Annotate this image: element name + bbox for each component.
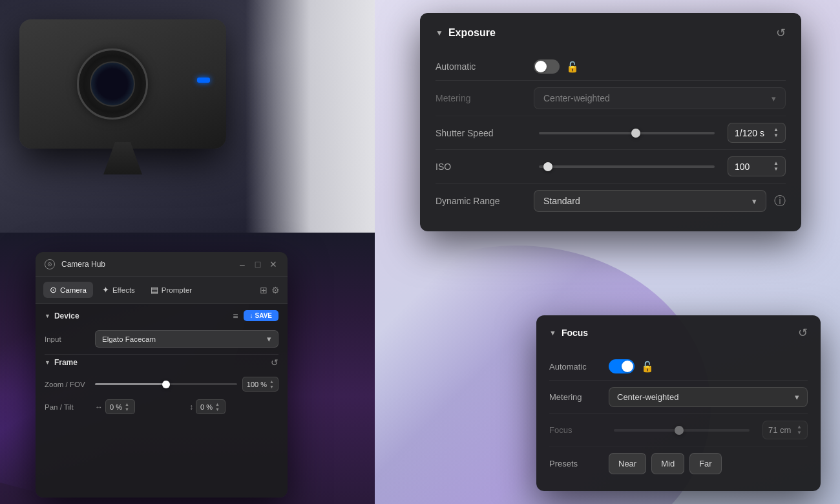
exposure-metering-label: Metering [436,93,526,103]
focus-panel: ▼ Focus ↺ Automatic 🔓 Metering Center-we… [536,315,821,491]
pan-spinners[interactable]: ▲ ▼ [125,402,129,412]
camera-tab-icon: ⊙ [50,285,57,295]
device-section-controls: ≡ ↓ SAVE [233,310,278,321]
effects-tab-icon: ✦ [102,285,109,295]
close-button[interactable]: ✕ [268,260,278,269]
save-button[interactable]: ↓ SAVE [244,310,279,321]
exposure-automatic-label: Automatic [436,61,526,72]
curtain-decoration [246,0,375,246]
focus-up[interactable]: ▲ [797,425,802,430]
exposure-shutter-spinners[interactable]: ▲ ▼ [773,127,779,138]
focus-slider[interactable] [614,429,750,432]
iso-up[interactable]: ▲ [773,161,779,166]
focus-automatic-toggle[interactable] [609,359,635,373]
focus-slider-thumb[interactable] [675,426,684,435]
exposure-iso-label: ISO [436,162,526,172]
exposure-automatic-toggle[interactable] [534,59,560,74]
preset-near-button[interactable]: Near [609,453,646,474]
exposure-iso-spinners[interactable]: ▲ ▼ [773,161,779,172]
exposure-toggle-container: 🔓 [534,59,579,74]
exposure-reset-button[interactable]: ↺ [776,26,786,40]
shutter-up[interactable]: ▲ [773,127,779,132]
exposure-metering-row: Metering Center-weighted ▾ [436,81,786,116]
focus-lock-icon[interactable]: 🔓 [641,361,654,373]
preset-mid-button[interactable]: Mid [651,453,684,474]
exposure-dynamic-range-dropdown[interactable]: Standard ▾ [534,190,766,212]
minimize-button[interactable]: – [237,260,247,269]
zoom-slider-thumb[interactable] [162,381,170,388]
webcam-led [197,78,210,83]
pan-up[interactable]: ▲ [125,402,129,406]
shutter-down[interactable]: ▼ [773,133,779,138]
tilt-spinners[interactable]: ▲ ▼ [215,402,220,412]
tab-prompter[interactable]: ▤ Prompter [144,282,198,298]
pan-group: ↔ 0 % ▲ ▼ [95,399,184,414]
focus-metering-arrow: ▾ [795,392,799,402]
focus-panel-title: Focus [562,328,793,338]
zoom-label: Zoom / FOV [45,381,90,388]
settings-icon[interactable]: ⚙ [271,285,280,295]
device-input-row: Input Elgato Facecam ▾ [45,326,278,352]
popout-icon[interactable]: ⊞ [260,285,268,295]
tab-camera[interactable]: ⊙ Camera [43,282,93,298]
pan-value: 0 % [110,403,122,411]
frame-reset-icon[interactable]: ↺ [271,357,278,368]
pan-tilt-row: Pan / Tilt ↔ 0 % ▲ ▼ ↕ 0 % ▲ ▼ [45,395,278,418]
iso-down[interactable]: ▼ [773,167,779,172]
exposure-iso-value-box: 100 ▲ ▼ [728,156,786,176]
tab-effects[interactable]: ✦ Effects [96,282,142,298]
zoom-fov-row: Zoom / FOV 100 % ▲ ▼ [45,373,278,395]
filter-icon[interactable]: ≡ [233,311,238,321]
pan-down[interactable]: ▼ [125,407,129,412]
tilt-value: 0 % [200,403,213,411]
zoom-slider-track[interactable] [95,383,237,385]
exposure-shutter-thumb[interactable] [631,129,640,138]
tab-effects-label: Effects [112,286,135,294]
exposure-panel-header: ▼ Exposure ↺ [436,26,786,40]
focus-down[interactable]: ▼ [797,430,802,436]
pan-arrows-icon: ↔ [95,403,103,412]
focus-reset-button[interactable]: ↺ [798,326,808,340]
exposure-metering-dropdown[interactable]: Center-weighted ▾ [534,87,786,109]
exposure-dynamic-range-label: Dynamic Range [436,196,526,206]
preset-buttons: Near Mid Far [609,453,722,474]
focus-slider-row: Focus 71 cm ▲ ▼ [549,414,808,446]
zoom-spinners[interactable]: ▲ ▼ [269,379,274,389]
webcam-body [19,19,226,149]
tilt-up[interactable]: ▲ [215,402,220,406]
focus-toggle-container: 🔓 [609,359,654,373]
exposure-shutter-value-box: 1/120 s ▲ ▼ [728,123,786,143]
zoom-down[interactable]: ▼ [269,384,274,389]
exposure-lock-icon[interactable]: 🔓 [566,61,579,73]
exposure-shutter-slider[interactable] [539,132,715,134]
dynamic-range-info-icon[interactable]: ⓘ [774,193,786,209]
camera-hub-body: ▼ Device ≡ ↓ SAVE Input Elgato Facecam ▾… [36,304,288,425]
exposure-iso-slider[interactable] [539,165,715,168]
divider-1 [45,354,278,355]
input-label: Input [45,335,90,343]
zoom-slider-fill [95,383,166,385]
focus-metering-dropdown[interactable]: Center-weighted ▾ [609,387,808,407]
zoom-slider-container [95,383,237,385]
maximize-button[interactable]: □ [253,260,263,269]
pan-label: Pan / Tilt [45,403,90,411]
frame-section-header: ▼ Frame ↺ [45,357,278,368]
preset-far-button[interactable]: Far [689,453,722,474]
camera-hub-app-icon: ⊙ [45,259,55,269]
focus-automatic-row: Automatic 🔓 [549,353,808,381]
focus-metering-label: Metering [549,392,601,402]
exposure-iso-row: ISO 100 ▲ ▼ [436,150,786,184]
focus-value-box: 71 cm ▲ ▼ [762,421,808,439]
exposure-panel-title: Exposure [448,27,771,39]
exposure-iso-thumb[interactable] [543,162,552,171]
exposure-metering-arrow: ▾ [772,94,776,103]
webcam-stand [103,142,142,174]
frame-section-controls: ↺ [271,357,278,368]
zoom-value: 100 % [247,381,267,388]
focus-spinners[interactable]: ▲ ▼ [797,425,802,436]
tilt-down[interactable]: ▼ [215,407,220,412]
zoom-up[interactable]: ▲ [269,379,274,384]
focus-panel-header: ▼ Focus ↺ [549,326,808,340]
input-dropdown[interactable]: Elgato Facecam ▾ [95,330,278,348]
camera-hub-titlebar: ⊙ Camera Hub – □ ✕ [36,252,288,277]
